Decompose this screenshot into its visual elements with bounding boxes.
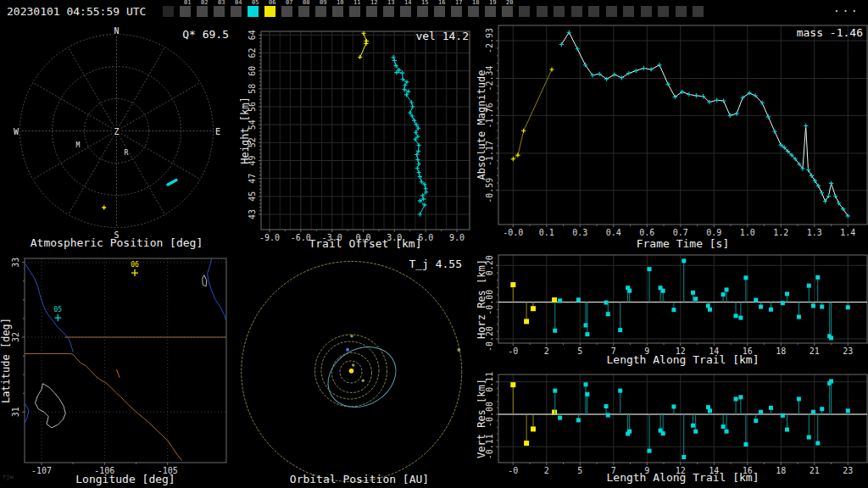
svg-text:9.0: 9.0 [449, 233, 465, 242]
svg-text:Latitude [deg]: Latitude [deg] [0, 318, 12, 403]
svg-text:-0.0: -0.0 [503, 228, 523, 237]
svg-text:0.9: 0.9 [706, 228, 721, 237]
frame-tab-blank[interactable] [641, 6, 652, 17]
svg-text:2: 2 [544, 466, 549, 475]
frame-tab-blank[interactable] [606, 6, 617, 17]
groundmap-plot: -107-106-105313233Longitude [deg]Latitud… [0, 252, 240, 488]
svg-text:18: 18 [776, 347, 786, 356]
frame-tab-label: 02 [200, 0, 209, 6]
svg-text:31: 31 [11, 407, 20, 417]
svg-text:0.6: 0.6 [639, 228, 654, 237]
vert-res-panel: -02579121416182123-0.11-0.000.11Length A… [477, 370, 868, 488]
svg-text:Absolute Magnitude: Absolute Magnitude [477, 69, 487, 180]
frame-tab-04[interactable] [231, 6, 242, 17]
frame-tab-05[interactable] [248, 6, 259, 17]
svg-text:Frame Time [s]: Frame Time [s] [637, 237, 730, 250]
frame-tab-blank[interactable] [571, 6, 582, 17]
frame-tab-15[interactable] [417, 6, 428, 17]
horz_res-plot: -02579121416182123-0.20-0.000.20Length A… [477, 252, 868, 370]
frame-tab-label: 13 [387, 0, 395, 6]
frame-tab-08[interactable] [298, 6, 309, 17]
svg-text:Height [km]: Height [km] [240, 97, 251, 164]
svg-text:62: 62 [248, 47, 257, 58]
frame-tab-11[interactable] [349, 6, 360, 17]
frame-tab-label: 15 [420, 0, 429, 6]
frame-tab-blank[interactable] [554, 6, 565, 17]
svg-text:21: 21 [810, 347, 820, 356]
svg-text:06: 06 [131, 261, 139, 269]
svg-text:Atmospheric Position [deg]: Atmospheric Position [deg] [31, 236, 203, 249]
svg-text:R: R [125, 149, 129, 157]
svg-text:33: 33 [11, 258, 20, 268]
frame-tab-blank[interactable] [676, 6, 687, 17]
frame-tab-14[interactable] [400, 6, 411, 17]
svg-text:Z: Z [114, 127, 119, 136]
frame-tab-blank[interactable] [588, 6, 599, 17]
frame-tab-17[interactable] [451, 6, 462, 17]
frame-tab-07[interactable] [281, 6, 292, 17]
frame-tab-label: 03 [217, 0, 225, 6]
frame-tab-10[interactable] [332, 6, 343, 17]
frame-tab-02[interactable] [197, 6, 208, 17]
svg-text:Longitude [deg]: Longitude [deg] [75, 473, 175, 485]
frame-tab-18[interactable] [468, 6, 479, 17]
frame-tab-06[interactable] [264, 6, 275, 17]
svg-text:Length Along Trail [km]: Length Along Trail [km] [606, 471, 759, 484]
lightcurve-panel: -0.00.10.30.40.60.70.91.01.21.31.4-2.93-… [477, 24, 868, 252]
svg-text:Orbital Position [AU]: Orbital Position [AU] [290, 473, 429, 485]
frame-tab-09[interactable] [315, 6, 326, 17]
svg-text:60: 60 [248, 66, 257, 76]
horz-res-panel: -02579121416182123-0.20-0.000.20Length A… [477, 252, 868, 370]
svg-text:Trail Offset [km]: Trail Offset [km] [309, 237, 421, 250]
svg-text:-9.0: -9.0 [259, 233, 280, 242]
svg-text:0.7: 0.7 [673, 228, 688, 237]
ground-map-panel: -107-106-105313233Longitude [deg]Latitud… [0, 252, 240, 488]
frame-tab-label: 20 [505, 0, 514, 6]
frame-tab-label: 01 [183, 0, 192, 6]
lightcurve-plot: -0.00.10.30.40.60.70.91.01.21.31.4-2.93-… [477, 24, 868, 252]
frame-tab-label: 16 [437, 0, 446, 6]
frame-tab-13[interactable] [383, 6, 394, 17]
svg-text:0.4: 0.4 [606, 228, 621, 237]
svg-text:1.3: 1.3 [807, 228, 822, 237]
svg-text:45: 45 [248, 191, 257, 202]
overflow-menu[interactable]: ... [833, 1, 860, 14]
frame-tab-19[interactable] [485, 6, 496, 17]
svg-text:18: 18 [776, 466, 786, 475]
trail-plot: -9.0-6.0-3.00.03.06.09.04345474952545658… [240, 24, 477, 252]
frame-tab-16[interactable] [434, 6, 445, 17]
frame-tab-blank[interactable] [163, 6, 174, 17]
utc-timestamp: 20230101 04:55:59 UTC [7, 5, 146, 18]
frame-tab-label: 06 [268, 0, 276, 6]
svg-text:-107: -107 [31, 466, 52, 475]
frame-tab-01[interactable] [180, 6, 191, 17]
frame-tab-blank[interactable] [537, 6, 548, 17]
frame-tab-label: 10 [336, 0, 344, 6]
q-star-value: Q* 69.5 [0, 28, 229, 41]
header-bar: 20230101 04:55:59 UTC 010203040506070809… [0, 0, 868, 24]
svg-text:Vert Res [km]: Vert Res [km] [477, 379, 487, 458]
trail-offset-panel: -9.0-6.0-3.00.03.06.09.04345474952545658… [240, 24, 477, 252]
frame-tab-03[interactable] [214, 6, 225, 17]
svg-text:1.4: 1.4 [840, 228, 855, 237]
frame-tab-label: 19 [488, 0, 497, 6]
frame-tab-blank[interactable] [623, 6, 634, 17]
svg-text:58: 58 [248, 84, 257, 94]
frame-tab-12[interactable] [366, 6, 377, 17]
frame-tab-blank[interactable] [519, 6, 530, 17]
frame-tab-blank[interactable] [658, 6, 669, 17]
svg-text:-6.0: -6.0 [291, 233, 311, 242]
frame-tab-label: 14 [403, 0, 412, 6]
app-window: { "header": { "timestamp": "20230101 04:… [0, 0, 868, 488]
mass-value: mass -1.46 [477, 26, 863, 39]
svg-text:1.2: 1.2 [773, 228, 788, 237]
svg-text:Horz Res [km]: Horz Res [km] [477, 259, 487, 339]
orbital-position-panel: Orbital Position [AU] [240, 252, 479, 488]
frame-tab-blank[interactable] [693, 6, 704, 17]
svg-text:47: 47 [248, 174, 257, 184]
svg-text:5: 5 [577, 466, 582, 475]
svg-text:1.0: 1.0 [740, 228, 755, 237]
frame-tab-label: 17 [454, 0, 463, 6]
svg-text:Length Along Trail [km]: Length Along Trail [km] [606, 353, 759, 366]
frame-tab-20[interactable] [502, 6, 513, 17]
